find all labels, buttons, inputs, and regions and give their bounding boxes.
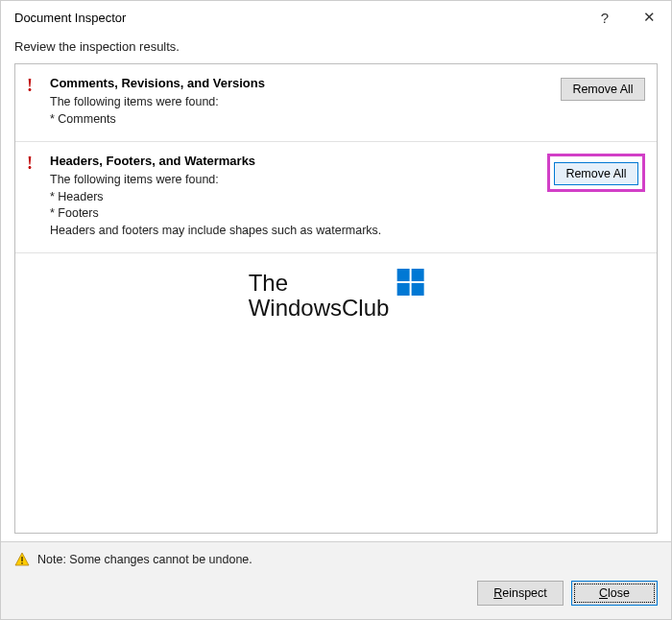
alert-icon: ! <box>27 154 50 172</box>
mnemonic: C <box>599 586 608 600</box>
result-line: * Headers <box>50 189 540 206</box>
result-item-headers-footers: ! Headers, Footers, and Watermarks The f… <box>15 142 657 253</box>
reinspect-button[interactable]: Reinspect <box>477 581 564 606</box>
result-title: Headers, Footers, and Watermarks <box>50 154 540 168</box>
svg-rect-2 <box>21 562 23 564</box>
document-inspector-dialog: Document Inspector ? ✕ Review the inspec… <box>0 0 672 620</box>
result-body: Comments, Revisions, and Versions The fo… <box>50 76 561 128</box>
close-window-button[interactable]: ✕ <box>627 1 671 34</box>
result-item-comments: ! Comments, Revisions, and Versions The … <box>15 64 657 142</box>
result-line: * Comments <box>50 111 553 129</box>
help-button[interactable]: ? <box>583 1 627 34</box>
results-panel: ! Comments, Revisions, and Versions The … <box>14 63 658 534</box>
remove-all-button[interactable]: Remove All <box>561 78 645 101</box>
dialog-footer: Note: Some changes cannot be undone. Rei… <box>1 541 671 619</box>
result-body: Headers, Footers, and Watermarks The fol… <box>50 154 547 239</box>
watermark-line1: The <box>249 270 288 296</box>
close-button[interactable]: Close <box>571 581 658 606</box>
result-line: * Footers <box>50 205 540 223</box>
alert-icon: ! <box>27 76 50 94</box>
watermark-text: The WindowsClub <box>249 271 390 322</box>
warning-icon <box>14 552 30 567</box>
watermark-logo-text: The WindowsClub <box>249 271 424 322</box>
close-icon: ✕ <box>643 9 656 26</box>
highlight-annotation: Remove All <box>547 154 645 192</box>
svg-rect-1 <box>21 557 23 561</box>
remove-all-button[interactable]: Remove All <box>554 162 638 185</box>
result-line: Headers and footers may include shapes s… <box>50 223 540 240</box>
result-title: Comments, Revisions, and Versions <box>50 76 553 90</box>
footer-note-text: Note: Some changes cannot be undone. <box>37 553 252 566</box>
dialog-title: Document Inspector <box>14 11 583 25</box>
close-label-rest: lose <box>608 586 630 600</box>
help-icon: ? <box>601 10 609 26</box>
titlebar: Document Inspector ? ✕ <box>1 1 671 34</box>
footer-note: Note: Some changes cannot be undone. <box>14 552 658 567</box>
footer-buttons: Reinspect Close <box>14 581 658 606</box>
result-line: The following items were found: <box>50 94 553 111</box>
mnemonic: R <box>493 586 502 600</box>
reinspect-label-rest: einspect <box>502 586 547 600</box>
result-line: The following items were found: <box>50 172 540 189</box>
subheading: Review the inspection results. <box>1 34 671 63</box>
windows-logo-icon <box>396 269 423 296</box>
watermark-line2: WindowsClub <box>249 295 390 321</box>
